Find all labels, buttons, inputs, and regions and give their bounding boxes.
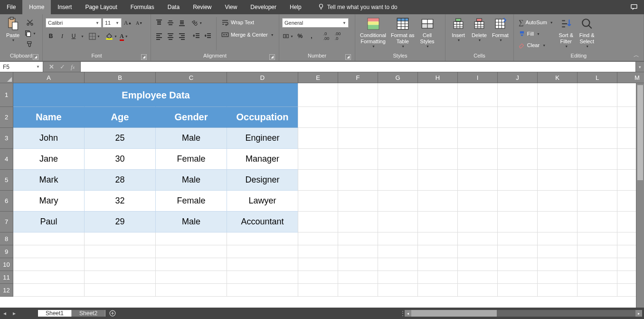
cell[interactable]	[338, 232, 378, 245]
conditional-formatting-button[interactable]: Conditional Formatting▼	[358, 15, 388, 52]
tab-developer[interactable]: Developer	[244, 0, 283, 14]
cell[interactable]	[498, 83, 538, 107]
cell[interactable]	[378, 128, 418, 149]
cell[interactable]	[538, 245, 578, 258]
cell[interactable]	[578, 232, 617, 245]
autosum-button[interactable]: ∑AutoSum▼	[517, 17, 555, 28]
font-size-combo[interactable]: 11▼	[103, 18, 122, 28]
cell[interactable]	[538, 284, 578, 297]
cell[interactable]	[85, 271, 156, 284]
row-header[interactable]: 1	[0, 83, 13, 107]
cell[interactable]	[227, 271, 298, 284]
cell[interactable]	[338, 245, 378, 258]
align-center-button[interactable]	[165, 31, 176, 41]
cell[interactable]	[498, 232, 538, 245]
select-all-corner[interactable]	[0, 72, 13, 83]
clear-button[interactable]: Clear▼	[517, 40, 555, 50]
cell[interactable]	[298, 149, 338, 170]
cell[interactable]: 28	[85, 170, 156, 191]
horizontal-scrollbar[interactable]: ◂▸	[405, 310, 642, 317]
underline-button[interactable]: U	[68, 31, 79, 41]
cell[interactable]	[578, 258, 617, 271]
cell[interactable]: Manager	[227, 149, 298, 170]
cell[interactable]	[13, 83, 85, 107]
cell[interactable]	[418, 107, 458, 128]
cell[interactable]: Mary	[13, 191, 85, 212]
cell[interactable]	[538, 170, 578, 191]
cell[interactable]	[498, 212, 538, 232]
row-header[interactable]: 5	[0, 170, 13, 191]
cell[interactable]: Occupation	[227, 107, 298, 128]
wrap-text-button[interactable]: Wrap Text	[219, 17, 276, 28]
row-header[interactable]: 8	[0, 232, 13, 245]
cell[interactable]	[298, 212, 338, 232]
cell[interactable]	[156, 83, 227, 107]
tell-me-search[interactable]: Tell me what you want to do	[318, 0, 398, 14]
cell[interactable]	[498, 284, 538, 297]
cell[interactable]	[156, 232, 227, 245]
cell[interactable]	[418, 212, 458, 232]
cell[interactable]	[498, 258, 538, 271]
cell[interactable]: Male	[156, 170, 227, 191]
cell[interactable]	[578, 284, 617, 297]
cell[interactable]	[458, 271, 498, 284]
column-header[interactable]: E	[298, 72, 338, 83]
tab-view[interactable]: View	[218, 0, 244, 14]
cell[interactable]	[227, 232, 298, 245]
column-header[interactable]: G	[378, 72, 418, 83]
sheet-tab-other[interactable]: Sheet2	[72, 310, 105, 317]
cell[interactable]	[378, 170, 418, 191]
chevron-down-icon[interactable]: ▼	[81, 35, 84, 38]
cell[interactable]	[538, 258, 578, 271]
cell[interactable]: Mark	[13, 170, 85, 191]
cell[interactable]	[498, 271, 538, 284]
cell[interactable]: Female	[156, 149, 227, 170]
prev-sheet-button[interactable]: ◂	[0, 310, 9, 317]
cell-styles-button[interactable]: Cell Styles▼	[417, 15, 437, 52]
cell[interactable]	[156, 245, 227, 258]
cell[interactable]	[227, 284, 298, 297]
cell[interactable]: Name	[13, 107, 85, 128]
cell[interactable]	[538, 128, 578, 149]
number-format-combo[interactable]: General▼	[282, 18, 349, 28]
cell[interactable]	[538, 107, 578, 128]
cell[interactable]	[458, 258, 498, 271]
cell[interactable]	[498, 170, 538, 191]
cell[interactable]	[578, 107, 617, 128]
name-box[interactable]: F5▼	[0, 62, 43, 72]
fx-button[interactable]: fx	[71, 63, 75, 71]
cell[interactable]: John	[13, 128, 85, 149]
cell[interactable]	[338, 258, 378, 271]
accounting-format-button[interactable]: ▼	[282, 31, 294, 41]
cell[interactable]	[578, 245, 617, 258]
tab-home[interactable]: Home	[22, 0, 51, 14]
cell[interactable]: Jane	[13, 149, 85, 170]
cell[interactable]	[338, 191, 378, 212]
cell[interactable]	[378, 107, 418, 128]
cell[interactable]	[458, 191, 498, 212]
merge-center-button[interactable]: Merge & Center ▼	[219, 29, 276, 40]
cell[interactable]	[578, 271, 617, 284]
cell[interactable]	[498, 191, 538, 212]
cell[interactable]	[578, 149, 617, 170]
cell[interactable]	[418, 271, 458, 284]
align-middle-button[interactable]	[165, 18, 176, 28]
alignment-dialog-launcher[interactable]: ◢	[269, 54, 275, 60]
cell[interactable]	[458, 128, 498, 149]
cell[interactable]	[13, 258, 85, 271]
cell[interactable]	[338, 284, 378, 297]
cell[interactable]	[298, 258, 338, 271]
font-dialog-launcher[interactable]: ◢	[141, 54, 147, 60]
cancel-formula-button[interactable]: ✕	[49, 63, 54, 70]
cell[interactable]	[156, 258, 227, 271]
cell[interactable]	[338, 107, 378, 128]
increase-indent-button[interactable]	[203, 31, 213, 41]
cell[interactable]	[458, 149, 498, 170]
cell[interactable]: Gender	[156, 107, 227, 128]
cell[interactable]	[338, 212, 378, 232]
cell[interactable]	[227, 245, 298, 258]
cell[interactable]	[578, 128, 617, 149]
next-sheet-button[interactable]: ▸	[9, 310, 19, 317]
cell[interactable]: Lawyer	[227, 191, 298, 212]
cell[interactable]	[418, 245, 458, 258]
